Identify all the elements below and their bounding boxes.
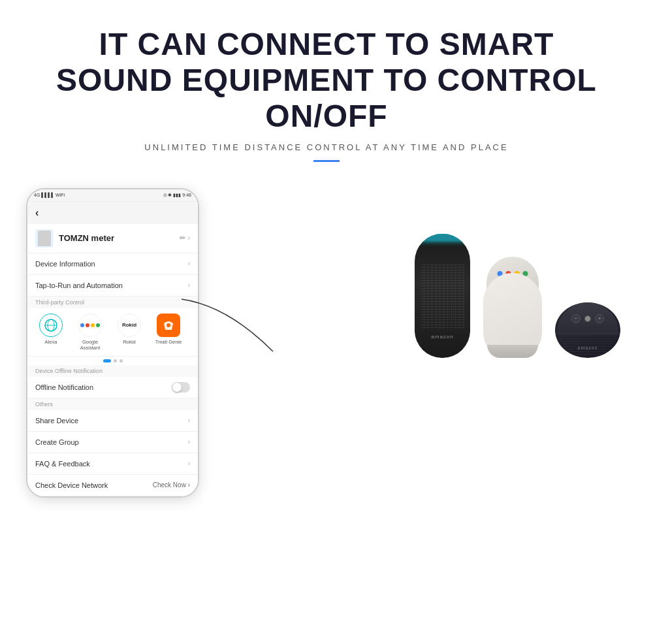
third-party-section-label: Third-party Control	[27, 297, 198, 308]
amazon-echo-speaker: amazon	[415, 234, 470, 358]
title-divider	[313, 160, 340, 162]
create-group-label: Create Group	[35, 438, 79, 446]
phone-nav: ‹	[27, 202, 198, 224]
device-information-item[interactable]: Device Information ›	[27, 253, 198, 275]
main-title: IT CAN CONNECT TO SMART SOUND EQUIPMENT …	[52, 26, 601, 135]
share-device-label: Share Device	[35, 417, 78, 425]
google-home-speaker	[483, 257, 542, 358]
echo-brand-label: amazon	[431, 334, 453, 340]
share-device-chevron: ›	[188, 417, 190, 424]
check-network-label: Check Device Network	[35, 481, 108, 489]
create-group-item[interactable]: Create Group ›	[27, 432, 198, 453]
others-section-label: Others	[27, 398, 198, 410]
device-name-label: TOMZN meter	[59, 233, 180, 243]
amazon-echo-dot-speaker: − + amazon	[555, 302, 620, 358]
tap-to-run-label: Tap-to-Run and Automation	[35, 282, 123, 289]
tap-to-run-item[interactable]: Tap-to-Run and Automation ›	[27, 275, 198, 297]
google-assistant-icon	[78, 314, 102, 337]
arrow-line	[175, 293, 279, 358]
tap-to-run-chevron: ›	[188, 282, 190, 289]
dot-minus-button: −	[571, 314, 581, 323]
alexa-item[interactable]: Alexa	[34, 314, 68, 351]
device-thumbnail	[35, 229, 54, 248]
rokid-item[interactable]: Rokid Rokid	[112, 314, 146, 351]
device-header-chevron: ›	[188, 234, 190, 242]
device-information-label: Device Information	[35, 260, 95, 268]
phone-screen: 4G ▌▌▌▌ WiFi ⊙ ✱ ▮▮▮ 9:48 ‹ TOMZN meter …	[26, 188, 199, 498]
google-assistant-label: GoogleAssistant	[80, 339, 100, 351]
offline-toggle[interactable]	[172, 382, 190, 393]
speakers-row: amazon −	[415, 234, 620, 358]
pagination-dots	[27, 357, 198, 365]
echo-dot-mesh	[558, 332, 617, 357]
edit-icon[interactable]: ✏	[180, 234, 185, 242]
status-left: 4G ▌▌▌▌ WiFi	[34, 193, 65, 197]
device-header: TOMZN meter ✏ ›	[27, 224, 198, 253]
subtitle: UNLIMITED TIME DISTANCE CONTROL AT ANY T…	[52, 142, 601, 152]
echo-mesh	[421, 265, 465, 330]
offline-notification-label: Offline Notification	[35, 383, 93, 391]
rokid-icon: Rokid	[118, 314, 141, 337]
dot-mic-button	[584, 315, 591, 322]
dot-plus-button: +	[595, 314, 604, 323]
main-content: 4G ▌▌▌▌ WiFi ⊙ ✱ ▮▮▮ 9:48 ‹ TOMZN meter …	[0, 175, 653, 498]
check-now-label: Check Now ›	[153, 481, 190, 489]
check-network-item[interactable]: Check Device Network Check Now ›	[27, 475, 198, 496]
alexa-icon	[39, 314, 63, 337]
svg-point-3	[167, 323, 170, 327]
echo-dot-container: − + amazon	[555, 302, 620, 358]
device-information-chevron: ›	[188, 260, 190, 267]
echo-dot-top: − +	[556, 302, 619, 335]
third-party-grid: Alexa GoogleAssistant	[27, 308, 198, 357]
back-arrow-icon[interactable]: ‹	[35, 207, 39, 219]
status-bar: 4G ▌▌▌▌ WiFi ⊙ ✱ ▮▮▮ 9:48	[27, 189, 198, 202]
toggle-knob	[172, 383, 182, 392]
page-header: IT CAN CONNECT TO SMART SOUND EQUIPMENT …	[0, 0, 653, 175]
google-home-body	[483, 273, 542, 358]
google-dots	[80, 323, 100, 327]
offline-notification-row: Offline Notification	[27, 377, 198, 398]
create-group-chevron: ›	[188, 438, 190, 445]
status-right: ⊙ ✱ ▮▮▮ 9:48	[163, 193, 191, 198]
faq-feedback-label: FAQ & Feedback	[35, 460, 90, 468]
google-home-base	[487, 345, 538, 358]
google-assistant-item[interactable]: GoogleAssistant	[73, 314, 107, 351]
pagination-dot-1	[103, 359, 111, 362]
echo-ring	[415, 234, 470, 240]
rokid-label: Rokid	[123, 339, 135, 345]
echo-dot-brand-label: amazon	[578, 346, 598, 350]
pagination-dot-3	[119, 359, 123, 362]
faq-feedback-item[interactable]: FAQ & Feedback ›	[27, 453, 198, 475]
alexa-label: Alexa	[45, 339, 57, 345]
offline-section-label: Device Offline Notification	[27, 365, 198, 377]
pagination-dot-2	[114, 359, 117, 362]
share-device-item[interactable]: Share Device ›	[27, 410, 198, 432]
faq-feedback-chevron: ›	[188, 460, 190, 467]
